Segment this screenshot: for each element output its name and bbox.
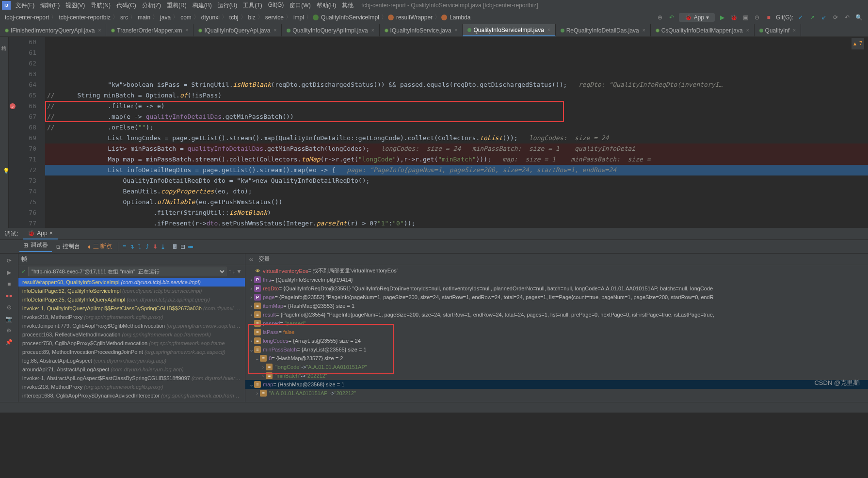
- menu-item[interactable]: 分析(Z): [139, 0, 164, 11]
- variable-row[interactable]: ›Ppage = {PageInfo@23552} "PageInfo{page…: [245, 293, 868, 302]
- close-icon[interactable]: ×: [746, 28, 749, 33]
- variable-row[interactable]: ›≡"longCode" -> "A.A.01.01.AA010151AP": [245, 363, 868, 371]
- step-into-icon[interactable]: ↴: [128, 243, 136, 251]
- close-icon[interactable]: ×: [186, 28, 189, 33]
- debug-tool-tabs[interactable]: 调试: 🐞 App ×: [0, 228, 868, 240]
- run-icon[interactable]: ▶: [718, 13, 726, 22]
- stack-frame[interactable]: resultWrapper:68, QualityInfoServiceImpl…: [18, 278, 245, 287]
- menu-item[interactable]: 视图(V): [63, 0, 88, 11]
- code-content[interactable]: ▲ 7 "kw">boolean isPass = StringUtil.isN…: [45, 37, 868, 228]
- variable-row[interactable]: ≡passed = "passed": [245, 319, 868, 328]
- thread-dropdown[interactable]: "http-nio-8748-exec-7"@17,111 在组 "main":…: [28, 267, 226, 276]
- debug-side-toolbar[interactable]: ⟳ ▶ ■ ●● ⊘ 📷 ⚙ 📌: [0, 254, 18, 402]
- close-icon[interactable]: ×: [793, 28, 796, 33]
- variables-list[interactable]: 👁virtualInventoryEos= 找不到局部变量'virtualInv…: [245, 265, 868, 402]
- stack-frame[interactable]: invoke:218, MethodProxy (org.springframe…: [18, 382, 245, 391]
- step-out-icon[interactable]: ⤴: [144, 243, 151, 251]
- profile-icon[interactable]: ⊙: [753, 13, 761, 22]
- breadcrumb-part[interactable]: impl: [292, 14, 305, 21]
- variable-row[interactable]: ⌄≡0 = {HashMap@23577} size = 2: [245, 354, 868, 363]
- variable-row[interactable]: ≡isPass = false: [245, 328, 868, 336]
- editor-tabs[interactable]: IFinishedInventoryQueryApi.java×Transfer…: [0, 24, 868, 37]
- stack-frame[interactable]: proceed:750, CglibAopProxy$CglibMethodIn…: [18, 339, 245, 348]
- search-icon[interactable]: 🔍: [854, 13, 863, 22]
- menu-item[interactable]: 文件(F): [13, 0, 37, 11]
- variable-row[interactable]: ⌄≡map = {HashMap@23568} size = 1: [245, 380, 868, 389]
- back-icon[interactable]: ↶: [667, 13, 676, 22]
- step-over-icon[interactable]: ≡: [120, 243, 128, 251]
- add-config-icon[interactable]: ⊕: [656, 13, 664, 22]
- code-line[interactable]: List infoDetailReqDtos = page.getList().…: [45, 165, 868, 175]
- debug-icon[interactable]: 🐞: [729, 13, 738, 22]
- view-bp-icon[interactable]: ●●: [5, 291, 14, 300]
- code-line[interactable]: // String minBatch = Optional.of(!isPass…: [45, 90, 868, 101]
- menu-item[interactable]: 其他: [339, 0, 356, 11]
- breadcrumb-part[interactable]: service: [264, 14, 285, 21]
- run-config-selector[interactable]: 🐞 App ▾: [679, 13, 715, 22]
- code-line[interactable]: List> minPassBatch = qualityInfoDetailDa…: [45, 143, 868, 154]
- stack-frame[interactable]: proceed:89, MethodInvocationProceedingJo…: [18, 348, 245, 356]
- tool-window-left[interactable]: 结构: [0, 37, 9, 228]
- variable-row[interactable]: ›≡"minBatch" -> "202212": [245, 371, 868, 380]
- breadcrumb[interactable]: tcbj-center-report〉tcbj-center-reportbiz…: [0, 13, 656, 21]
- rerun-icon[interactable]: ⟳: [5, 256, 14, 265]
- variable-row[interactable]: ›≡result = {PageInfo@23554} "PageInfo{pa…: [245, 310, 868, 319]
- breadcrumb-part[interactable]: main: [137, 14, 151, 21]
- git-push-icon[interactable]: ↗: [808, 13, 817, 22]
- thread-dump-icon[interactable]: 📷: [5, 315, 14, 323]
- stack-frame[interactable]: invoke:-1, AbstractApiLogAspect$FastClas…: [18, 374, 245, 382]
- settings-icon[interactable]: ≔: [187, 243, 194, 251]
- close-icon[interactable]: ×: [98, 28, 101, 33]
- code-line[interactable]: // .orElse("");: [45, 122, 868, 133]
- close-icon[interactable]: ×: [643, 28, 645, 33]
- mute-bp-icon[interactable]: ⊘: [5, 303, 14, 312]
- editor-tab[interactable]: TransferOrderMapper.xm×: [106, 24, 193, 36]
- code-line[interactable]: "kw">boolean isPass = StringUtil.isNotBl…: [45, 80, 868, 90]
- editor-tab[interactable]: IQualityInfoQueryApi.java×: [193, 24, 282, 36]
- git-update-icon[interactable]: ✓: [796, 13, 805, 22]
- breadcrumb-part[interactable]: biz: [247, 14, 257, 21]
- code-line[interactable]: Optional.ofNullable(eo.getPushWmsStatus(…: [45, 197, 868, 207]
- variable-row[interactable]: ›Pthis = {QualityInfoServiceImpl@19414}: [245, 275, 868, 284]
- menu-item[interactable]: 帮助(H): [314, 0, 339, 11]
- menu-item[interactable]: 重构(R): [164, 0, 190, 11]
- menu-item[interactable]: 导航(N): [88, 0, 113, 11]
- filter-frame-icon[interactable]: ▼: [236, 268, 242, 275]
- menu-item[interactable]: 窗口(W): [287, 0, 313, 11]
- stack-frame[interactable]: intercept:688, CglibAopProxy$DynamicAdvi…: [18, 391, 245, 400]
- frame-list[interactable]: resultWrapper:68, QualityInfoServiceImpl…: [18, 278, 245, 402]
- menu-item[interactable]: 运行(U): [215, 0, 241, 11]
- pin-icon[interactable]: 📌: [5, 338, 14, 347]
- code-line[interactable]: QualityInfoDetailReqDto dto = "kw">new Q…: [45, 175, 868, 186]
- menu-item[interactable]: 代码(C): [113, 0, 139, 11]
- git-history-icon[interactable]: ⟳: [831, 13, 840, 22]
- close-icon[interactable]: ×: [455, 28, 458, 33]
- inspection-indicator[interactable]: ▲ 7: [852, 38, 864, 49]
- menu-item[interactable]: 工具(T): [240, 0, 265, 11]
- stack-frame[interactable]: aroundApi:71, AbstractApiLogAspect (com.…: [18, 365, 245, 374]
- editor-tab[interactable]: QualityInfoServiceImpl.java×: [463, 24, 555, 36]
- stack-frame[interactable]: invoke:218, MethodProxy (org.springframe…: [18, 313, 245, 321]
- main-menu[interactable]: 文件(F)编辑(E)视图(V)导航(N)代码(C)分析(Z)重构(R)构建(B)…: [13, 0, 356, 11]
- breadcrumb-part[interactable]: tcbj-center-report: [4, 14, 50, 21]
- stop-icon[interactable]: ■: [764, 13, 773, 22]
- code-line[interactable]: // .filter(e -> e): [45, 101, 868, 112]
- menu-item[interactable]: Git(G): [265, 0, 287, 11]
- stop-debug-icon[interactable]: ■: [5, 280, 14, 288]
- run-to-cursor-icon[interactable]: ⤓: [159, 243, 167, 251]
- stack-frame[interactable]: invoke:-1, QualityInfoQueryApiImpl$$Fast…: [18, 304, 245, 313]
- variable-row[interactable]: ›≡"A.A.01.01.AA010151AP" -> "202212": [245, 389, 868, 398]
- variable-row[interactable]: ⌄≡minPassBatch = {ArrayList@23565} size …: [245, 345, 868, 354]
- code-line[interactable]: Map map = minPassBatch.stream().collect(…: [45, 154, 868, 165]
- next-frame-icon[interactable]: ↓: [232, 268, 235, 275]
- breadcrumb-part[interactable]: tcbj-center-reportbiz: [58, 14, 112, 21]
- debugger-tab[interactable]: ⊞ 调试器: [19, 241, 52, 252]
- editor-tab[interactable]: ReQualityInfoDetailDas.java×: [556, 24, 651, 36]
- close-icon[interactable]: ×: [371, 28, 374, 33]
- code-line[interactable]: List longCodes = page.getList().stream()…: [45, 133, 868, 143]
- revert-icon[interactable]: ↶: [843, 13, 852, 22]
- git-pull-icon[interactable]: ↙: [820, 13, 828, 22]
- editor-tab[interactable]: IFinishedInventoryQueryApi.java×: [0, 24, 106, 36]
- stack-frame[interactable]: infoDetailPage:25, QualityInfoQueryApiIm…: [18, 295, 245, 304]
- resume-icon[interactable]: ▶: [5, 268, 14, 277]
